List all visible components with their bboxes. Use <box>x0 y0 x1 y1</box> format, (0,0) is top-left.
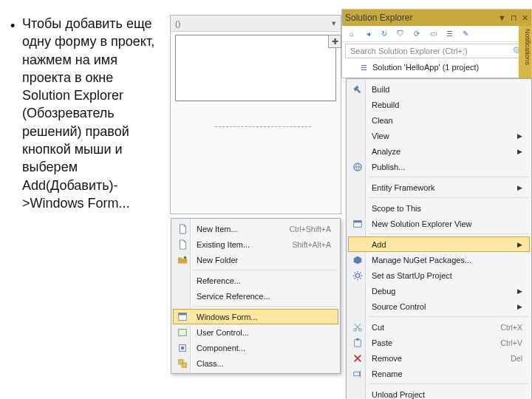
solution-node[interactable]: ☰ Solution 'HelloApp' (1 project) <box>342 60 531 75</box>
pin-icon[interactable]: ⊓ <box>511 13 517 23</box>
collapse-icon[interactable]: ▭ <box>428 29 438 39</box>
ctx-clean[interactable]: Clean <box>348 112 530 128</box>
menu-item-label: Unload Project <box>372 390 425 399</box>
ctx-source-control[interactable]: Source Control▶ <box>348 299 530 314</box>
menu-item-label: Reference... <box>197 276 241 285</box>
ctx-cut[interactable]: CutCtrl+X <box>348 319 530 335</box>
menu-separator <box>369 383 528 384</box>
ctx-build[interactable]: Build <box>348 81 530 97</box>
svg-point-3 <box>355 273 359 277</box>
ctx-rebuild[interactable]: Rebuild <box>348 97 530 112</box>
menu-separator <box>369 197 528 198</box>
menu-item-label: Source Control <box>372 302 426 311</box>
ctx-debug[interactable]: Debug▶ <box>348 283 530 299</box>
menu-item-shortcut: Ctrl+Shift+A <box>276 225 331 233</box>
add-windows-form[interactable]: Windows Form... <box>173 309 338 324</box>
ctx-manage-nuget-packages[interactable]: Manage NuGet Packages... <box>348 252 530 267</box>
ctx-unload-project[interactable]: Unload Project <box>348 386 530 399</box>
blank-icon <box>352 239 364 250</box>
svg-rect-15 <box>182 363 186 367</box>
ctx-add[interactable]: Add▶ <box>348 236 530 252</box>
add-component[interactable]: Component... <box>173 340 338 355</box>
add-class[interactable]: Class... <box>173 355 338 371</box>
menu-item-label: Publish... <box>372 163 405 171</box>
blank-icon <box>352 202 364 214</box>
solution-explorer-toolbar: ⌂ ◂ ↻ ⛉ ⟳ ▭ ☰ ✎ <box>342 26 531 42</box>
menu-item-label: Rebuild <box>372 100 399 109</box>
menu-separator <box>369 316 528 317</box>
solution-icon: ☰ <box>358 62 369 72</box>
window-icon <box>352 218 364 230</box>
add-new-item[interactable]: New Item...Ctrl+Shift+A <box>173 221 338 236</box>
menu-item-label: Paste <box>372 338 392 347</box>
add-new-folder[interactable]: New Folder <box>173 252 338 267</box>
menu-item-label: Scope to This <box>372 204 421 213</box>
rename-icon <box>352 368 364 380</box>
menu-item-label: Class... <box>197 359 224 368</box>
svg-rect-2 <box>354 221 362 223</box>
ctx-paste[interactable]: PasteCtrl+V <box>348 335 530 350</box>
pkg-icon <box>352 254 364 266</box>
submenu-arrow-icon: ▶ <box>504 303 522 310</box>
back-icon[interactable]: ◂ <box>363 29 373 39</box>
menu-item-label: View <box>372 132 389 140</box>
home-icon[interactable]: ⌂ <box>347 29 357 39</box>
ctx-set-as-startup-project[interactable]: Set as StartUp Project <box>348 267 530 283</box>
svg-rect-11 <box>179 330 187 336</box>
menu-separator <box>369 177 528 177</box>
add-service-reference[interactable]: Service Reference... <box>173 288 338 304</box>
search-placeholder: Search Solution Explorer (Ctrl+;) <box>350 47 468 55</box>
ctx-publish[interactable]: Publish... <box>348 159 530 174</box>
globe-icon <box>352 161 364 173</box>
editor-pane: () ▾ ✚ <box>170 15 341 214</box>
expand-button[interactable]: ✚ <box>328 35 341 48</box>
ctx-analyze[interactable]: Analyze▶ <box>348 143 530 159</box>
add-user-control[interactable]: User Control... <box>173 324 338 340</box>
ctx-remove[interactable]: RemoveDel <box>348 350 530 366</box>
blank-icon <box>352 182 364 194</box>
refresh-icon[interactable]: ⟳ <box>412 29 422 39</box>
ctrl-icon <box>177 327 188 338</box>
solution-explorer-search[interactable]: Search Solution Explorer (Ctrl+;) 🔍 <box>345 44 528 58</box>
close-icon[interactable]: ✕ <box>522 13 528 23</box>
svg-rect-6 <box>355 340 361 347</box>
menu-item-shortcut: Shift+Alt+A <box>279 240 331 249</box>
add-reference[interactable]: Reference... <box>173 273 338 288</box>
sync-icon[interactable]: ↻ <box>379 29 389 39</box>
doc-icon <box>177 239 188 250</box>
ctx-scope-to-this[interactable]: Scope to This <box>348 200 530 216</box>
submenu-arrow-icon: ▶ <box>504 132 522 140</box>
form-icon <box>177 311 188 323</box>
add-existing-item[interactable]: Existing Item...Shift+Alt+A <box>173 236 338 252</box>
gear-icon <box>352 270 364 282</box>
blank-icon <box>177 275 188 287</box>
menu-item-label: New Solution Explorer View <box>372 219 472 228</box>
menu-item-label: Debug <box>372 287 395 296</box>
props-icon[interactable]: ✎ <box>460 29 471 39</box>
menu-item-shortcut: Ctrl+X <box>488 323 522 332</box>
ctx-rename[interactable]: Rename <box>348 366 530 381</box>
ctx-new-solution-explorer-view[interactable]: New Solution Explorer View <box>348 216 530 231</box>
paste-icon <box>352 337 364 349</box>
menu-item-label: New Item... <box>197 225 238 233</box>
remove-icon <box>352 352 364 364</box>
submenu-arrow-icon: ▶ <box>504 184 522 191</box>
dropdown-icon[interactable]: ▼ <box>498 13 506 23</box>
editor-toolbar: () ▾ <box>171 16 341 32</box>
menu-separator <box>194 306 337 307</box>
submenu-arrow-icon: ▶ <box>504 148 522 155</box>
menu-item-label: Rename <box>372 369 403 378</box>
menu-item-label: Windows Form... <box>197 313 258 321</box>
ctx-entity-framework[interactable]: Entity Framework▶ <box>348 180 530 195</box>
editor-canvas[interactable] <box>175 35 336 101</box>
solution-explorer-panel: Solution Explorer ▼ ⊓ ✕ ⌂ ◂ ↻ ⛉ ⟳ ▭ ☰ ✎ … <box>341 9 532 78</box>
dropdown-field[interactable]: () <box>175 19 180 28</box>
ctx-view[interactable]: View▶ <box>348 128 530 143</box>
menu-item-label: New Folder <box>197 256 238 265</box>
svg-rect-10 <box>179 313 187 316</box>
svg-point-13 <box>181 347 184 349</box>
menu-item-label: Manage NuGet Packages... <box>372 256 471 265</box>
showall-icon[interactable]: ☰ <box>444 29 454 39</box>
gear-icon[interactable]: ⛉ <box>395 29 406 39</box>
blank-icon <box>352 301 364 313</box>
